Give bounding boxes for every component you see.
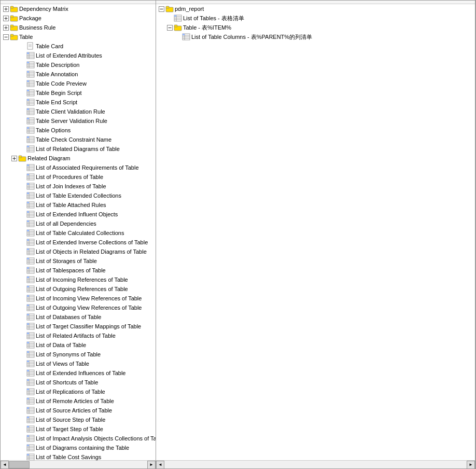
scroll-thumb[interactable] [9, 461, 30, 468]
tree-item-list-cost-savings[interactable]: List of Table Cost Savings [1, 452, 156, 460]
table-icon [26, 332, 35, 340]
right-tree[interactable]: pdm_report List of Tables - 表格清单 Table -… [156, 4, 475, 460]
expander-icon[interactable] [157, 5, 165, 13]
tree-item-list-assoc-req[interactable]: List of Associated Requirements of Table [1, 163, 156, 172]
tree-item-table-end-script[interactable]: Table End Script [1, 98, 156, 107]
tree-item-list-shortcuts[interactable]: List of Shortcuts of Table [1, 378, 156, 387]
folder-icon [10, 23, 18, 32]
expander-icon[interactable] [2, 33, 10, 41]
item-label: Table Check Constraint Name [36, 135, 111, 144]
table-icon [26, 70, 35, 78]
tree-item-list-views[interactable]: List of Views of Table [1, 359, 156, 368]
expander-icon[interactable] [165, 23, 174, 32]
tree-item-list-data[interactable]: List of Data of Table [1, 340, 156, 350]
tree-item-dep-matrix[interactable]: Dependency Matrix [1, 4, 156, 13]
tree-item-list-target-step[interactable]: List of Target Step of Table [1, 424, 156, 434]
scroll-left-btn[interactable]: ◄ [1, 461, 9, 469]
tree-item-pdm-report[interactable]: pdm_report [156, 4, 475, 13]
svg-rect-225 [27, 361, 29, 362]
svg-rect-93 [19, 156, 22, 158]
tree-item-table-annotation[interactable]: Table Annotation [1, 70, 156, 79]
table-icon [26, 416, 35, 424]
tree-item-list-outgoing-view-refs[interactable]: List of Outgoing View References of Tabl… [1, 303, 156, 312]
table-icon [26, 173, 35, 181]
tree-item-table-description[interactable]: Table Description [1, 60, 156, 70]
left-tree[interactable]: Dependency Matrix Package Business Rule … [1, 4, 156, 460]
svg-rect-177 [27, 286, 29, 287]
tree-item-table-check-constraint[interactable]: Table Check Constraint Name [1, 135, 156, 144]
scroll-track[interactable] [9, 461, 147, 468]
left-scrollbar[interactable]: ◄ ► [1, 460, 156, 468]
svg-rect-201 [27, 323, 29, 325]
tree-item-table-begin-script[interactable]: Table Begin Script [1, 88, 156, 98]
expander-icon[interactable] [10, 154, 18, 162]
tree-item-list-all-dependencies[interactable]: List of all Dependencies [1, 219, 156, 228]
item-label: List of Table Attached Rules [36, 201, 106, 209]
tree-item-table-item[interactable]: Table - 表%ITEM% [156, 23, 475, 32]
svg-rect-64 [27, 108, 29, 110]
scroll-left-btn-r[interactable]: ◄ [156, 461, 164, 469]
tree-item-list-source-articles[interactable]: List of Source Articles of Table [1, 406, 156, 415]
tree-item-table-card[interactable]: Table Card [1, 42, 156, 51]
tree-item-list-calculated-collections[interactable]: List of Table Calculated Collections [1, 228, 156, 238]
tree-item-list-related-diagrams[interactable]: List of Related Diagrams of Table [1, 144, 156, 154]
tree-item-list-objects-related-diagrams[interactable]: List of Objects in Related Diagrams of T… [1, 247, 156, 256]
tree-item-list-incoming-view-refs[interactable]: List of Incoming View References of Tabl… [1, 294, 156, 303]
svg-rect-183 [27, 295, 29, 297]
expander-icon[interactable] [2, 23, 10, 32]
tree-item-table[interactable]: Table [1, 32, 156, 42]
tree-item-list-impact-analysis[interactable]: List of Impact Analysis Objects Collecti… [1, 434, 156, 443]
tree-item-list-table-columns-right[interactable]: List of Table Columns - 表%PARENT%的列清单 [156, 32, 475, 42]
svg-rect-123 [27, 202, 29, 203]
tree-item-list-extended-inverse[interactable]: List of Extended Inverse Collections of … [1, 238, 156, 247]
item-label: Table Begin Script [36, 89, 82, 97]
item-label: Business Rule [19, 23, 55, 32]
tree-item-list-extended-attrs[interactable]: List of Extended Attributes [1, 51, 156, 60]
expander-icon[interactable] [2, 14, 10, 22]
svg-rect-195 [27, 314, 29, 315]
svg-rect-219 [27, 351, 29, 353]
tree-item-list-incoming-refs[interactable]: List of Incoming References of Table [1, 275, 156, 284]
table-icon [26, 210, 35, 218]
scroll-right-btn[interactable]: ► [147, 461, 156, 469]
table-icon [26, 79, 35, 88]
tree-item-list-extended-influences[interactable]: List of Extended Influences of Table [1, 368, 156, 378]
table-icon [26, 369, 35, 377]
tree-item-list-outgoing-refs[interactable]: List of Outgoing References of Table [1, 284, 156, 294]
tree-item-list-target-classifier[interactable]: List of Target Classifier Mappings of Ta… [1, 322, 156, 331]
tree-item-list-procedures[interactable]: List of Procedures of Table [1, 172, 156, 182]
tree-item-list-replications[interactable]: List of Replications of Table [1, 387, 156, 396]
folder-icon [18, 154, 26, 162]
scroll-right-btn-r[interactable]: ► [467, 461, 475, 469]
item-label: List of Extended Attributes [36, 51, 102, 60]
tree-item-list-extended-influent[interactable]: List of Extended Influent Objects [1, 210, 156, 219]
tree-item-list-attached-rules[interactable]: List of Table Attached Rules [1, 200, 156, 210]
svg-rect-159 [27, 258, 29, 259]
tree-item-list-extended-collections[interactable]: List of Table Extended Collections [1, 191, 156, 200]
tree-item-business-rule[interactable]: Business Rule [1, 23, 156, 32]
tree-item-list-related-artifacts[interactable]: List of Related Artifacts of Table [1, 331, 156, 340]
tree-item-list-join-indexes[interactable]: List of Join Indexes of Table [1, 182, 156, 191]
tree-item-related-diagram[interactable]: Related Diagram [1, 154, 156, 163]
tree-item-list-remote-articles[interactable]: List of Remote Articles of Table [1, 396, 156, 406]
tree-item-list-tablespaces[interactable]: List of Tablespaces of Table [1, 266, 156, 275]
tree-item-list-source-step[interactable]: List of Source Step of Table [1, 415, 156, 424]
scroll-track-r[interactable] [164, 461, 467, 468]
svg-rect-19 [27, 43, 33, 49]
item-label: Dependency Matrix [19, 5, 68, 13]
tree-item-list-databases[interactable]: List of Databases of Table [1, 312, 156, 322]
tree-item-list-storages[interactable]: List of Storages of Table [1, 256, 156, 266]
tree-item-table-code-preview[interactable]: Table Code Preview [1, 79, 156, 88]
tree-item-table-client-validation[interactable]: Table Client Validation Rule [1, 107, 156, 116]
expander-icon[interactable] [2, 5, 10, 13]
tree-item-list-of-tables[interactable]: List of Tables - 表格清单 [156, 13, 475, 23]
svg-rect-4 [10, 6, 13, 8]
tree-item-package[interactable]: Package [1, 13, 156, 23]
svg-rect-111 [27, 183, 29, 185]
tree-item-list-diagrams-containing[interactable]: List of Diagrams containing the Table [1, 443, 156, 452]
table-icon [26, 304, 35, 312]
tree-item-table-server-validation[interactable]: Table Server Validation Rule [1, 116, 156, 126]
tree-item-list-synonyms[interactable]: List of Synonyms of Table [1, 350, 156, 359]
right-scrollbar[interactable]: ◄ ► [156, 460, 475, 468]
tree-item-table-options[interactable]: Table Options [1, 126, 156, 135]
